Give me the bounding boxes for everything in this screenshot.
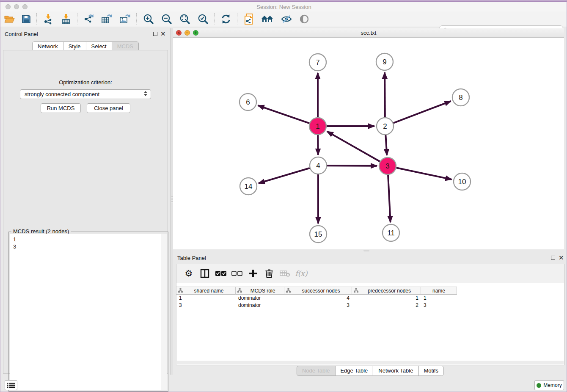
eye-slash-icon: [281, 14, 292, 24]
node-label-11: 11: [387, 229, 395, 237]
plus-icon: [249, 269, 257, 278]
network-canvas[interactable]: 7968124314101511: [173, 38, 564, 249]
node-label-9: 9: [383, 58, 386, 66]
tab-node-table[interactable]: Node Table: [297, 366, 336, 376]
refresh-icon: [220, 14, 231, 25]
tab-edge-table[interactable]: Edge Table: [335, 366, 373, 376]
table-rows: 1dominator4113dominator323: [176, 295, 457, 309]
table-row[interactable]: 1dominator411: [176, 295, 457, 302]
edge-1-4[interactable]: [318, 135, 318, 155]
cell-mcds-role[interactable]: dominator: [236, 295, 284, 302]
node-label-1: 1: [316, 122, 319, 130]
float-table-panel-icon[interactable]: [551, 256, 555, 260]
export-table-icon: [101, 14, 113, 25]
delete-column-button[interactable]: [261, 266, 277, 281]
edge-2-8[interactable]: [394, 101, 451, 123]
control-panel-title: Control Panel: [5, 31, 38, 37]
edge-4-3[interactable]: [327, 166, 377, 166]
edge-3-1[interactable]: [327, 131, 380, 161]
close-table-panel-icon[interactable]: ✕: [559, 255, 564, 260]
edge-2-9[interactable]: [385, 72, 385, 117]
cell-predecessor-nodes[interactable]: 2: [352, 302, 421, 309]
tab-network-table[interactable]: Network Table: [373, 366, 418, 376]
save-session-button[interactable]: [18, 12, 34, 26]
cell-shared-name[interactable]: 3: [176, 302, 236, 309]
birds-eye-view-button[interactable]: [296, 12, 313, 26]
copy-network-view-button[interactable]: [240, 12, 258, 26]
column-header-name[interactable]: name: [421, 287, 457, 295]
delete-table-button[interactable]: [277, 266, 293, 281]
close-panel-icon[interactable]: ✕: [160, 31, 166, 36]
column-header-predecessor-nodes[interactable]: predecessor nodes: [352, 287, 421, 295]
table-settings-button[interactable]: ⚙: [181, 266, 197, 281]
table-toolbar: ⚙ f(x): [176, 264, 564, 283]
table-panel-tabs: Node TableEdge TableNetwork TableMotifs: [297, 366, 444, 376]
toolbar-separator: [214, 13, 215, 25]
cell-name[interactable]: 3: [421, 302, 457, 309]
tab-motifs[interactable]: Motifs: [418, 366, 444, 376]
home-layout-button[interactable]: [258, 12, 277, 26]
column-header-successor-nodes[interactable]: successor nodes: [284, 287, 352, 295]
titlebar[interactable]: Session: New Session: [0, 2, 567, 12]
toolbar-separator: [237, 13, 238, 25]
zoom-out-button[interactable]: [157, 12, 176, 26]
column-header-shared-name[interactable]: shared name: [176, 287, 236, 295]
refresh-button[interactable]: [217, 12, 235, 26]
column-selector-button[interactable]: [197, 266, 213, 281]
close-panel-button[interactable]: Close panel: [87, 103, 130, 113]
cell-mcds-role[interactable]: dominator: [236, 302, 284, 309]
edge-2-3[interactable]: [385, 135, 387, 155]
network-window-titlebar[interactable]: × − + scc.txt: [173, 28, 564, 38]
node-label-4: 4: [316, 162, 320, 170]
hide-panels-button[interactable]: [277, 12, 296, 26]
result-scrollbar[interactable]: [161, 234, 167, 390]
mcds-result-list[interactable]: 1 3: [10, 234, 167, 390]
cell-shared-name[interactable]: 1: [176, 295, 236, 302]
node-label-2: 2: [383, 122, 387, 130]
zoom-fit-button[interactable]: [176, 12, 194, 26]
edge-4-14[interactable]: [259, 168, 310, 183]
open-session-button[interactable]: [0, 12, 18, 26]
select-stepper-icon: [144, 91, 147, 96]
export-table-button[interactable]: [98, 12, 116, 26]
sort-hierarchy-icon: [354, 288, 360, 293]
import-table-button[interactable]: [57, 12, 75, 26]
edge-3-11[interactable]: [388, 175, 391, 222]
import-network-button[interactable]: [39, 12, 57, 26]
cell-successor-nodes[interactable]: 3: [284, 302, 352, 309]
select-all-button[interactable]: [213, 266, 229, 281]
deselect-all-button[interactable]: [229, 266, 245, 281]
function-builder-button[interactable]: f(x): [293, 266, 309, 281]
cell-predecessor-nodes[interactable]: 1: [352, 295, 421, 302]
column-header-mcds-role[interactable]: MCDS role: [236, 287, 284, 295]
cell-name[interactable]: 1: [421, 295, 457, 302]
toolbar-separator: [136, 13, 137, 25]
selected-option: strongly connected component: [25, 91, 99, 97]
memory-label: Memory: [543, 382, 561, 388]
toolbar-separator: [36, 13, 37, 25]
table-panel-title: Table Panel: [177, 255, 206, 261]
zoom-in-button[interactable]: [139, 12, 157, 26]
checked-boxes-icon: [215, 271, 226, 276]
run-mcds-button[interactable]: Run MCDS: [41, 103, 81, 113]
cell-successor-nodes[interactable]: 4: [284, 295, 352, 302]
optimization-criterion-select[interactable]: strongly connected component: [20, 89, 151, 99]
task-history-button[interactable]: [5, 380, 17, 390]
export-network-button[interactable]: [80, 12, 98, 26]
table-footer-strip: [177, 361, 564, 364]
float-panel-icon[interactable]: [153, 32, 157, 36]
network-graph[interactable]: 7968124314101511: [173, 38, 564, 249]
network-bottom-grip[interactable]: [363, 250, 369, 251]
memory-button[interactable]: Memory: [534, 380, 564, 390]
delete-table-icon: [280, 270, 291, 277]
mcds-panel: Optimization criterion: strongly connect…: [3, 50, 168, 374]
edge-1-6[interactable]: [258, 105, 310, 123]
add-column-button[interactable]: [245, 266, 261, 281]
fx-icon: f(x): [295, 269, 307, 278]
edge-3-10[interactable]: [396, 168, 452, 179]
table-row[interactable]: 3dominator323: [176, 302, 457, 309]
zoom-selected-button[interactable]: [194, 12, 212, 26]
export-image-button[interactable]: [116, 12, 134, 26]
toolbar-separator: [77, 13, 78, 25]
sort-hierarchy-icon: [178, 288, 184, 293]
